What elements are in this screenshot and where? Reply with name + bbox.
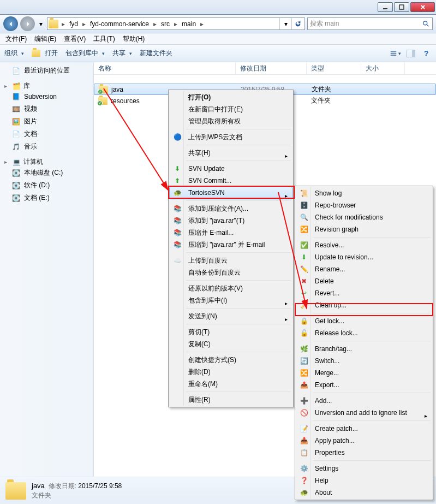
picture-icon: 🖼️: [11, 117, 21, 126]
mi-tortoise[interactable]: 🐢TortoiseSVN: [170, 187, 292, 199]
mi-cut[interactable]: 剪切(T): [170, 326, 292, 338]
mi-showlog[interactable]: 📜Show log: [296, 187, 432, 199]
mi-unversion[interactable]: 🚫Unversion and add to ignore list: [296, 407, 432, 419]
sidebar-item-docs[interactable]: 📄文档: [0, 128, 93, 140]
mi-add[interactable]: ➕Add...: [296, 395, 432, 407]
sidebar-item-video[interactable]: 🎞️视频: [0, 103, 93, 115]
tb-include[interactable]: 包含到库中: [65, 49, 105, 58]
mi-update-rev[interactable]: ⬇Update to revision...: [296, 251, 432, 263]
mi-repo[interactable]: 🗄️Repo-browser: [296, 199, 432, 211]
crumb[interactable]: fyd: [66, 20, 81, 28]
sidebar-item-svn[interactable]: 📘Subversion: [0, 91, 93, 103]
svn-commit-icon: ⬆: [173, 176, 182, 185]
menu-help[interactable]: 帮助(H): [120, 33, 148, 45]
mi-baidu-backup[interactable]: 自动备份到百度云: [170, 266, 292, 278]
menu-edit[interactable]: 编辑(E): [31, 33, 59, 45]
mi-delete[interactable]: 删除(D): [170, 366, 292, 378]
mi-delete[interactable]: ✖Delete: [296, 275, 432, 287]
mi-help[interactable]: ❓Help: [296, 475, 432, 487]
maximize-button[interactable]: [394, 2, 409, 12]
sidebar-item-recent[interactable]: 📄最近访问的位置: [0, 64, 93, 77]
mi-admin[interactable]: 管理员取得所有权: [170, 115, 292, 127]
search-input[interactable]: 搜索 main: [307, 17, 433, 30]
mi-merge[interactable]: 🔀Merge...: [296, 367, 432, 379]
mi-settings[interactable]: ⚙️Settings: [296, 463, 432, 475]
baidu-icon: ☁️: [173, 256, 182, 265]
sidebar-item-d[interactable]: 💽软件 (D:): [0, 179, 93, 192]
col-type[interactable]: 类型: [307, 62, 361, 74]
view-options[interactable]: [390, 48, 401, 59]
crumb[interactable]: fyd-common-service: [87, 20, 152, 28]
tb-share[interactable]: 共享: [112, 49, 132, 58]
col-name[interactable]: 名称: [94, 62, 236, 74]
tb-open[interactable]: 打开: [32, 49, 58, 58]
mi-copy[interactable]: 复制(C): [170, 338, 292, 350]
mi-export[interactable]: 📤Export...: [296, 379, 432, 391]
mi-rar-email[interactable]: 📚压缩到 "java.rar" 并 E-mail: [170, 239, 292, 251]
merge-icon: 🔀: [300, 369, 308, 377]
mi-email[interactable]: 📚压缩并 E-mail...: [170, 227, 292, 239]
mi-cleanup[interactable]: 🧹Clean up...: [296, 299, 432, 311]
mi-baidu-upload[interactable]: ☁️上传到百度云: [170, 254, 292, 266]
mi-add-archive[interactable]: 📚添加到压缩文件(A)...: [170, 203, 292, 215]
svg-rect-0: [383, 8, 387, 9]
mi-createpatch[interactable]: 📝Create patch...: [296, 423, 432, 435]
mi-getlock[interactable]: 🔒Get lock...: [296, 315, 432, 327]
minimize-button[interactable]: [378, 2, 393, 12]
menu-view[interactable]: 查看(V): [61, 33, 89, 45]
back-button[interactable]: [3, 16, 18, 31]
mi-properties[interactable]: 📋Properties: [296, 447, 432, 459]
col-size[interactable]: 大小: [361, 62, 405, 74]
help-icon[interactable]: ?: [421, 48, 432, 59]
about-icon: 🐢: [300, 488, 308, 497]
col-modified[interactable]: 修改日期: [236, 62, 307, 74]
mi-svn-update[interactable]: ⬇SVN Update: [170, 163, 292, 175]
mi-revert[interactable]: ↩Revert...: [296, 287, 432, 299]
mi-wps[interactable]: 🔵上传到WPS云文档: [170, 131, 292, 143]
wps-icon: 🔵: [173, 133, 182, 141]
folder-icon: [5, 482, 26, 500]
mi-about[interactable]: 🐢About: [296, 487, 432, 499]
mi-switch[interactable]: 🔄Switch...: [296, 355, 432, 367]
mi-share[interactable]: 共享(H): [170, 147, 292, 159]
mi-add-rar[interactable]: 📚添加到 "java.rar"(T): [170, 215, 292, 227]
tb-organize[interactable]: 组织: [4, 49, 24, 58]
menu-tools[interactable]: 工具(T): [90, 33, 118, 45]
mi-sendto[interactable]: 发送到(N): [170, 310, 292, 322]
mi-open[interactable]: 打开(O): [170, 91, 292, 103]
mi-release[interactable]: 🔓Release lock...: [296, 327, 432, 339]
mi-rename[interactable]: ✏️Rename...: [296, 263, 432, 275]
refresh-button[interactable]: [291, 18, 303, 29]
mi-svn-commit[interactable]: ⬆SVN Commit...: [170, 175, 292, 187]
mi-restore[interactable]: 还原以前的版本(V): [170, 282, 292, 294]
rar-icon: 📚: [173, 216, 182, 225]
sidebar-head-libs[interactable]: ▸🗂️库: [0, 81, 93, 91]
column-headers: 名称 修改日期 类型 大小: [94, 62, 436, 75]
address-bar[interactable]: ▸ fyd▸ fyd-common-service▸ src▸ main▸ ▾: [47, 17, 305, 30]
mi-resolve[interactable]: ✅Resolve...: [296, 239, 432, 251]
sidebar-item-music[interactable]: 🎵音乐: [0, 140, 93, 153]
preview-pane[interactable]: [405, 48, 416, 59]
forward-button[interactable]: [20, 16, 35, 31]
delete-icon: ✖: [300, 277, 308, 286]
history-drop[interactable]: ▾: [37, 20, 45, 28]
menu-file[interactable]: 文件(F): [2, 33, 30, 45]
tb-newfolder[interactable]: 新建文件夹: [140, 49, 172, 58]
sidebar-item-pics[interactable]: 🖼️图片: [0, 115, 93, 128]
mi-include-lib[interactable]: 包含到库中(I): [170, 294, 292, 306]
mi-checkmod[interactable]: 🔍Check for modifications: [296, 211, 432, 223]
sidebar-head-computer[interactable]: ▸💻计算机: [0, 157, 93, 167]
sidebar-item-c[interactable]: 💽本地磁盘 (C:): [0, 167, 93, 179]
mi-open-new[interactable]: 在新窗口中打开(E): [170, 103, 292, 115]
crumb[interactable]: main: [178, 20, 199, 28]
mi-props[interactable]: 属性(R): [170, 394, 292, 406]
mi-rename[interactable]: 重命名(M): [170, 378, 292, 390]
sidebar-item-e[interactable]: 💽文档 (E:): [0, 192, 93, 204]
close-button[interactable]: [410, 2, 435, 12]
mi-branch[interactable]: 🌿Branch/tag...: [296, 343, 432, 355]
mi-shortcut[interactable]: 创建快捷方式(S): [170, 354, 292, 366]
mi-revgraph[interactable]: 🔀Revision graph: [296, 223, 432, 235]
crumb[interactable]: src: [158, 20, 173, 28]
mi-applypatch[interactable]: 📥Apply patch...: [296, 435, 432, 447]
addr-drop[interactable]: ▾: [279, 18, 291, 29]
